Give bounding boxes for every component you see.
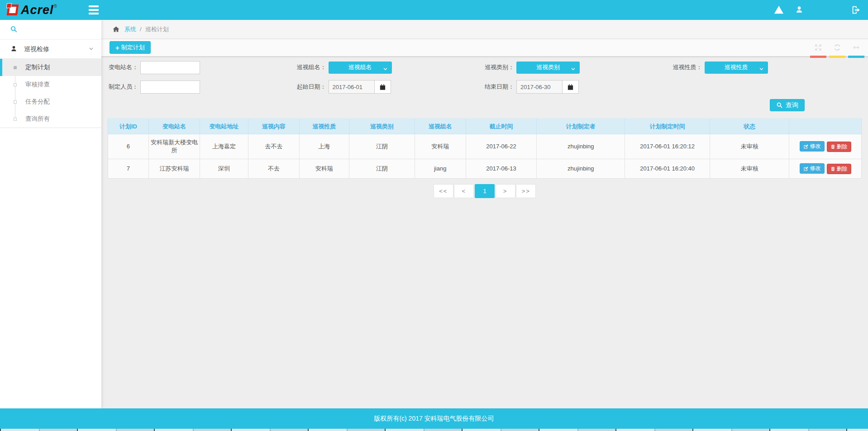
end-date-input[interactable] — [516, 80, 563, 94]
sidebar-item-label: 查询所有 — [25, 115, 50, 123]
edit-icon — [803, 144, 809, 149]
footer: 版权所有(c) 2017 安科瑞电气股份有限公司 — [0, 408, 868, 429]
field-start-date: 起始日期： — [297, 80, 485, 94]
page-1-button[interactable]: 1 — [475, 184, 495, 198]
cell-deadline: 2017-06-13 — [466, 159, 537, 179]
cell-patrol-group: jiang — [415, 159, 466, 179]
station-name-input[interactable] — [140, 61, 200, 74]
sidebar-menu-label: 巡视检修 — [24, 45, 88, 53]
breadcrumb: 系统 / 巡检计划 — [101, 20, 868, 39]
cell-creator: zhujinbing — [537, 134, 625, 159]
cell-patrol-content: 去不去 — [248, 134, 299, 159]
registered-mark: ® — [54, 4, 57, 9]
field-creator: 制定人员： — [109, 80, 297, 94]
sidebar-item-audit[interactable]: 审核排查 — [0, 76, 101, 93]
logo-text: Acrel — [21, 3, 54, 17]
delete-button[interactable]: 删除 — [827, 164, 851, 174]
breadcrumb-section[interactable]: 系统 — [124, 25, 136, 33]
edit-button[interactable]: 修改 — [800, 163, 825, 174]
cell-plan-id: 6 — [108, 134, 149, 159]
chevron-down-icon — [759, 66, 764, 73]
field-patrol-group: 巡视组名： 巡视组名 — [297, 61, 485, 74]
station-name-label: 变电站名： — [109, 63, 138, 71]
page-last-button[interactable]: >> — [516, 184, 536, 198]
user-icon[interactable] — [795, 5, 805, 15]
member-icon — [10, 45, 18, 54]
bullet-icon — [14, 83, 17, 86]
calendar-icon[interactable] — [563, 80, 579, 94]
cell-station-name: 安科瑞新大楼变电所 — [148, 134, 200, 159]
page: Acrel ® 巡视检修 — [0, 0, 868, 431]
top-header-bar: Acrel ® — [0, 0, 868, 20]
edit-button-label: 修改 — [810, 165, 821, 172]
plans-table: 计划ID 变电站名 变电站地址 巡视内容 巡视性质 巡视类别 巡视组名 截止时间… — [108, 118, 862, 179]
col-station-address: 变电站地址 — [200, 119, 248, 134]
sidebar-search[interactable] — [0, 20, 101, 40]
search-icon — [776, 102, 783, 109]
page-prev-button[interactable]: < — [454, 184, 474, 198]
col-patrol-category: 巡视类别 — [349, 119, 415, 134]
col-patrol-content: 巡视内容 — [248, 119, 299, 134]
calendar-icon[interactable] — [375, 80, 391, 94]
col-deadline: 截止时间 — [466, 119, 537, 134]
sidebar-menu-inspection[interactable]: 巡视检修 — [0, 40, 101, 59]
creator-input[interactable] — [140, 81, 200, 94]
bullet-icon — [14, 118, 17, 121]
sidebar-item-custom-plan[interactable]: 定制计划 — [0, 59, 101, 76]
search-row: 查询 — [101, 94, 868, 116]
trash-icon — [830, 166, 835, 171]
patrol-group-label: 巡视组名： — [297, 63, 326, 71]
sidebar-item-query-all[interactable]: 查询所有 — [0, 110, 101, 128]
creator-label: 制定人员： — [109, 83, 138, 91]
chevron-down-icon — [571, 66, 576, 73]
patrol-group-select[interactable]: 巡视组名 — [329, 62, 392, 74]
cell-patrol-category: 江阴 — [349, 159, 415, 179]
refresh-icon[interactable] — [828, 39, 846, 56]
col-status: 状态 — [710, 119, 789, 134]
query-button[interactable]: 查询 — [770, 99, 805, 111]
copyright-text: 版权所有(c) 2017 安科瑞电气股份有限公司 — [374, 415, 494, 422]
cell-status: 未审核 — [710, 159, 789, 179]
patrol-nature-value: 巡视性质 — [725, 63, 748, 71]
plans-table-wrap: 计划ID 变电站名 变电站地址 巡视内容 巡视性质 巡视类别 巡视组名 截止时间… — [108, 118, 862, 179]
start-date-label: 起始日期： — [297, 83, 326, 91]
col-creator: 计划制定者 — [537, 119, 625, 134]
cell-actions: 修改 删除 — [789, 159, 862, 179]
taskbar-strip — [0, 429, 868, 431]
create-plan-button[interactable]: + 制定计划 — [110, 41, 151, 54]
sidebar-item-label: 任务分配 — [25, 98, 50, 106]
toolbar: + 制定计划 — [101, 39, 868, 56]
trash-icon — [830, 144, 835, 149]
delete-button-label: 删除 — [837, 165, 848, 173]
acrel-logo-icon — [6, 5, 19, 15]
delete-button[interactable]: 删除 — [827, 142, 851, 152]
field-patrol-category: 巡视类别： 巡视类别 — [485, 61, 673, 74]
page-first-button[interactable]: << — [434, 184, 453, 198]
cell-station-address: 上海嘉定 — [200, 134, 248, 159]
bullet-icon — [14, 66, 17, 69]
col-station-name: 变电站名 — [148, 119, 200, 134]
expand-icon[interactable] — [809, 39, 827, 56]
patrol-group-value: 巡视组名 — [348, 63, 372, 71]
chevron-down-icon — [88, 46, 94, 53]
col-patrol-group: 巡视组名 — [415, 119, 466, 134]
logout-icon[interactable] — [851, 5, 861, 15]
menu-toggle-icon[interactable] — [89, 5, 100, 14]
sidebar-item-task-assign[interactable]: 任务分配 — [0, 93, 101, 110]
collapse-horizontal-icon[interactable] — [847, 39, 865, 56]
delete-button-label: 删除 — [837, 143, 848, 151]
acrel-logo: Acrel ® — [7, 3, 57, 17]
sidebar-item-label: 定制计划 — [25, 63, 50, 71]
panel-controls — [808, 39, 865, 56]
patrol-nature-select[interactable]: 巡视性质 — [705, 62, 768, 74]
edit-button[interactable]: 修改 — [800, 141, 825, 152]
patrol-category-select[interactable]: 巡视类别 — [516, 62, 580, 74]
cell-station-address: 深圳 — [200, 159, 248, 179]
alert-icon[interactable] — [774, 5, 784, 15]
home-icon[interactable] — [112, 25, 120, 34]
plus-icon: + — [115, 44, 119, 52]
start-date-input[interactable] — [329, 80, 375, 94]
cell-plan-id: 7 — [108, 159, 149, 179]
page-next-button[interactable]: > — [496, 184, 515, 198]
sidebar: 巡视检修 定制计划 审核排查 任务分配 查询所有 — [0, 20, 101, 408]
